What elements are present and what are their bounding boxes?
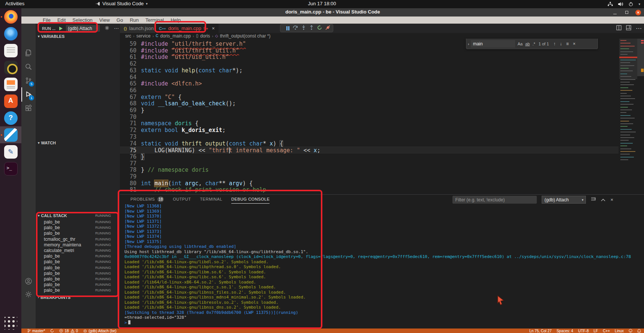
breakpoints-section-header[interactable]: › BREAKPOINTS (36, 294, 120, 301)
dock-item-camera-app[interactable] (0, 59, 21, 76)
breadcrumb-item[interactable]: service (136, 33, 151, 39)
call-stack-thread-row[interactable]: palo_beRUNNING (36, 282, 120, 288)
minimize-button[interactable] (612, 10, 618, 15)
search-icon[interactable] (21, 60, 36, 74)
minimap[interactable] (619, 39, 637, 194)
disconnect-icon[interactable] (325, 25, 331, 32)
close-button[interactable]: × (635, 10, 641, 15)
code-area[interactable]: 59#include "util/thrift_server.h"60#incl… (120, 39, 619, 194)
variables-section-header[interactable]: ▾ VARIABLES (36, 33, 120, 40)
call-stack-thread-row[interactable]: palo_beRUNNING (36, 276, 120, 282)
debug-console-output[interactable]: [New LWP 11368][New LWP 11369][New LWP 1… (120, 204, 643, 327)
find-collapse-icon[interactable]: › (468, 42, 469, 46)
step-into-icon[interactable] (301, 25, 306, 32)
menu-help[interactable]: Help (167, 17, 184, 23)
menu-edit[interactable]: Edit (54, 17, 69, 23)
dock-item-help-app[interactable] (0, 110, 21, 126)
dock-item-files-app[interactable] (0, 42, 21, 59)
whole-word-icon[interactable]: ab (525, 42, 530, 46)
dock-item-impress-app[interactable] (0, 76, 21, 93)
panel-tab-debug-console[interactable]: DEBUG CONSOLE (231, 195, 270, 204)
call-stack-section-header[interactable]: ▾ CALL STACK RUNNING (36, 212, 120, 219)
call-stack-thread-row[interactable]: palo_beRUNNING (36, 225, 120, 231)
maximize-button[interactable] (624, 10, 629, 15)
debug-target-indicator[interactable]: (gdb) Attach (be) (83, 329, 116, 333)
launch-gear-icon[interactable] (105, 25, 109, 32)
breadcrumb-item[interactable]: thrift_output(const char *) (220, 33, 271, 39)
views-more-icon[interactable]: ⋯ (114, 26, 119, 31)
notifications-bell-icon[interactable] (637, 329, 641, 333)
split-editor-icon[interactable] (616, 25, 622, 32)
explorer-icon[interactable] (21, 46, 36, 60)
breadcrumb[interactable]: src›service›Cdoris_main.cpp›{}doris›◇thr… (120, 33, 644, 39)
console-filter-input[interactable] (452, 196, 537, 204)
close-tab-icon[interactable]: × (212, 26, 215, 31)
menu-go[interactable]: Go (113, 17, 126, 23)
breadcrumb-item[interactable]: doris (200, 33, 210, 39)
dock-item-show-applications[interactable] (0, 315, 21, 332)
dock-item-vscode[interactable] (0, 126, 21, 143)
console-prompt[interactable]: > (124, 320, 130, 325)
call-stack-thread-row[interactable]: palo_beRUNNING (36, 265, 120, 271)
panel-tab-problems[interactable]: PROBLEMS18 (130, 195, 164, 204)
panel-tab-terminal[interactable]: TERMINAL (200, 195, 222, 204)
call-stack-thread-row[interactable]: palo_beRUNNING (36, 288, 120, 293)
call-stack-thread-row[interactable]: palo_beRUNNING (36, 231, 120, 236)
feedback-icon[interactable] (629, 329, 632, 333)
watch-section-header[interactable]: ▾ WATCH (36, 140, 120, 146)
editor-more-icon[interactable]: ⋯ (636, 25, 642, 32)
source-control-icon[interactable]: 5 (21, 74, 36, 88)
clock[interactable]: Jun 17 18:00 (0, 1, 644, 6)
dock-item-text-editor[interactable] (0, 143, 21, 160)
os-indicator[interactable]: Linux (615, 329, 624, 333)
find-next-icon[interactable]: ↓ (560, 41, 562, 46)
call-stack-thread-row[interactable]: palo_beRUNNING (36, 219, 120, 225)
toolbar-grip-handle[interactable] (283, 26, 283, 31)
menu-terminal[interactable]: Terminal (142, 17, 167, 23)
extensions-icon[interactable] (21, 101, 36, 116)
menu-file[interactable]: File (39, 17, 54, 23)
panel-tab-output[interactable]: OUTPUT (173, 195, 191, 204)
call-stack-thread-row[interactable]: tcmalloc_gc_thrRUNNING (36, 237, 120, 242)
line-col-indicator[interactable]: Ln 75, Col 27 (529, 329, 552, 333)
tab-launch-json[interactable]: {} launch.json (120, 24, 157, 33)
settings-gear-icon[interactable] (21, 287, 36, 302)
menu-selection[interactable]: Selection (69, 17, 96, 23)
close-find-icon[interactable]: × (573, 41, 575, 46)
language-indicator[interactable]: C++ (603, 329, 610, 333)
find-in-selection-icon[interactable]: ≡ (566, 41, 569, 46)
menu-run[interactable]: Run (126, 17, 142, 23)
encoding-indicator[interactable]: UTF-8 (578, 329, 589, 333)
run-debug-icon[interactable]: 1 (21, 87, 36, 102)
menu-view[interactable]: View (96, 17, 113, 23)
find-input[interactable] (471, 40, 515, 48)
clear-console-icon[interactable] (591, 197, 596, 203)
sync-indicator[interactable] (50, 329, 54, 333)
restart-icon[interactable] (317, 25, 322, 32)
call-stack-thread-row[interactable]: palo_beRUNNING (36, 271, 120, 276)
dock-item-terminal[interactable] (0, 160, 21, 177)
match-case-icon[interactable]: Aa (518, 42, 523, 46)
dock-item-firefox[interactable] (0, 8, 21, 25)
editor-scrollbar[interactable] (637, 39, 644, 194)
eol-indicator[interactable]: LF (594, 329, 598, 333)
start-debug-button[interactable] (59, 27, 63, 30)
system-tray[interactable]: ▾ (608, 0, 640, 8)
call-stack-thread-row[interactable]: palo_beRUNNING (36, 259, 120, 265)
dock-item-ubuntu-software[interactable] (0, 93, 21, 110)
step-out-icon[interactable] (309, 25, 314, 32)
call-stack-thread-row[interactable]: palo_beRUNNING (36, 254, 120, 259)
close-panel-icon[interactable]: × (610, 197, 613, 203)
breadcrumb-item[interactable]: doris_main.cpp (160, 33, 191, 39)
call-stack-thread-row[interactable]: calculate_metriRUNNING (36, 248, 120, 254)
branch-indicator[interactable]: master* (27, 329, 45, 333)
debug-config-dropdown[interactable]: (gdb) Attach ▾ (66, 25, 100, 32)
window-titlebar[interactable]: doris_main.cpp - be - Visual Studio Code… (21, 8, 644, 16)
debug-session-dropdown[interactable]: (gdb) Attach ▾ (542, 196, 586, 204)
maximize-panel-icon[interactable] (601, 197, 605, 203)
find-previous-icon[interactable]: ↑ (553, 41, 556, 46)
problems-indicator[interactable]: 18 0 (59, 329, 78, 333)
breadcrumb-item[interactable]: src (125, 33, 131, 39)
account-icon[interactable] (21, 274, 36, 288)
call-stack-thread-row[interactable]: memory_maintenaRUNNING (36, 242, 120, 248)
